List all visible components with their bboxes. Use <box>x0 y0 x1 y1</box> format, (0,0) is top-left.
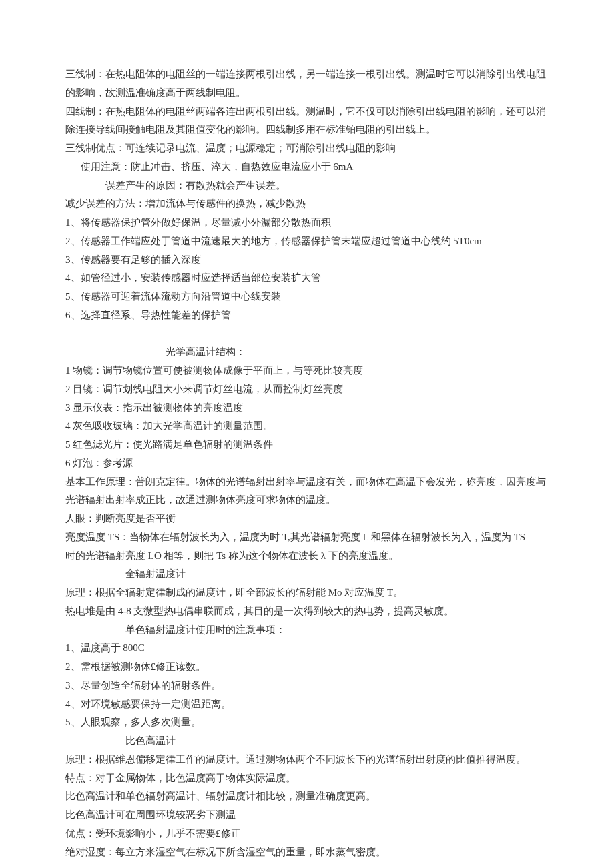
blank-line <box>65 325 549 344</box>
section-heading: 光学高温计结构： <box>65 343 549 362</box>
list-item: 6 灯泡：参考源 <box>65 454 549 473</box>
list-item: 4、对环境敏感要保持一定测温距离。 <box>65 695 549 714</box>
paragraph: 时的光谱辐射亮度 LO 相等，则把 Ts 称为这个物体在波长 λ 下的亮度温度。 <box>65 547 549 566</box>
paragraph: 原理：根据全辐射定律制成的温度计，即全部波长的辐射能 Mo 对应温度 T。 <box>65 584 549 602</box>
section-heading: 全辐射温度计 <box>65 565 549 584</box>
paragraph: 三线制：在热电阻体的电阻丝的一端连接两根引出线，另一端连接一根引出线。测温时它可… <box>65 65 549 103</box>
paragraph: 绝对湿度：每立方米湿空气在标况下所含湿空气的重量，即水蒸气密度。 <box>65 843 549 862</box>
list-item: 2、传感器工作端应处于管道中流速最大的地方，传感器保护管末端应超过管道中心线约 … <box>65 232 549 251</box>
paragraph: 比色高温计和单色辐射高温计、辐射温度计相比较，测量准确度更高。 <box>65 787 549 806</box>
paragraph: 原理：根据维恩偏移定律工作的温度计。通过测物体两个不同波长下的光谱辐射出射度的比… <box>65 751 549 769</box>
paragraph: 特点：对于金属物体，比色温度高于物体实际温度。 <box>65 769 549 788</box>
list-item: 3、尽量创造全辐射体的辐射条件。 <box>65 677 549 695</box>
paragraph: 热电堆是由 4-8 支微型热电偶串联而成，其目的是一次得到较大的热电势，提高灵敏… <box>65 602 549 621</box>
paragraph: 基本工作原理：普朗克定律。物体的光谱辐射出射率与温度有关，而物体在高温下会发光，… <box>65 473 549 510</box>
paragraph: 三线制优点：可连续记录电流、温度；电源稳定；可消除引出线电阻的影响 <box>65 139 549 158</box>
list-item: 5、传感器可迎着流体流动方向沿管道中心线安装 <box>65 288 549 306</box>
document-page: 三线制：在热电阻体的电阻丝的一端连接两根引出线，另一端连接一根引出线。测温时它可… <box>0 0 614 868</box>
list-item: 3、传感器要有足够的插入深度 <box>65 251 549 270</box>
paragraph: 减少误差的方法：增加流体与传感件的换热，减少散热 <box>65 195 549 213</box>
paragraph: 使用注意：防止冲击、挤压、淬大，自热效应电流应小于 6mA <box>65 158 549 177</box>
list-item: 6、选择直径系、导热性能差的保护管 <box>65 306 549 325</box>
list-item: 3 显示仪表：指示出被测物体的亮度温度 <box>65 399 549 418</box>
paragraph: 误差产生的原因：有散热就会产生误差。 <box>65 177 549 195</box>
list-item: 1、温度高于 800C <box>65 639 549 658</box>
paragraph: 亮度温度 TS：当物体在辐射波长为入，温度为时 T,其光谱辐射亮度 L 和黑体在… <box>65 528 549 547</box>
list-item: 5 红色滤光片：使光路满足单色辐射的测温条件 <box>65 436 549 454</box>
paragraph: 比色高温计可在周围环境较恶劣下测温 <box>65 806 549 825</box>
section-heading: 单色辐射温度计使用时的注意事项： <box>65 621 549 640</box>
list-item: 5、人眼观察，多人多次测量。 <box>65 713 549 732</box>
paragraph: 优点：受环境影响小，几乎不需要£修正 <box>65 825 549 843</box>
list-item: 2 目镜：调节划线电阻大小来调节灯丝电流，从而控制灯丝亮度 <box>65 380 549 399</box>
list-item: 4、如管径过小，安装传感器时应选择适当部位安装扩大管 <box>65 269 549 288</box>
list-item: 1 物镜：调节物镜位置可使被测物体成像于平面上，与等死比较亮度 <box>65 362 549 380</box>
list-item: 1、将传感器保护管外做好保温，尽量减小外漏部分散热面积 <box>65 213 549 232</box>
section-heading: 比色高温计 <box>65 732 549 751</box>
paragraph: 人眼：判断亮度是否平衡 <box>65 510 549 528</box>
list-item: 2、需根据被测物体£修正读数。 <box>65 658 549 677</box>
paragraph: 四线制：在热电阻体的电阻丝两端各连出两根引出线。测温时，它不仅可以消除引出线电阻… <box>65 103 549 140</box>
list-item: 4 灰色吸收玻璃：加大光学高温计的测量范围。 <box>65 417 549 436</box>
